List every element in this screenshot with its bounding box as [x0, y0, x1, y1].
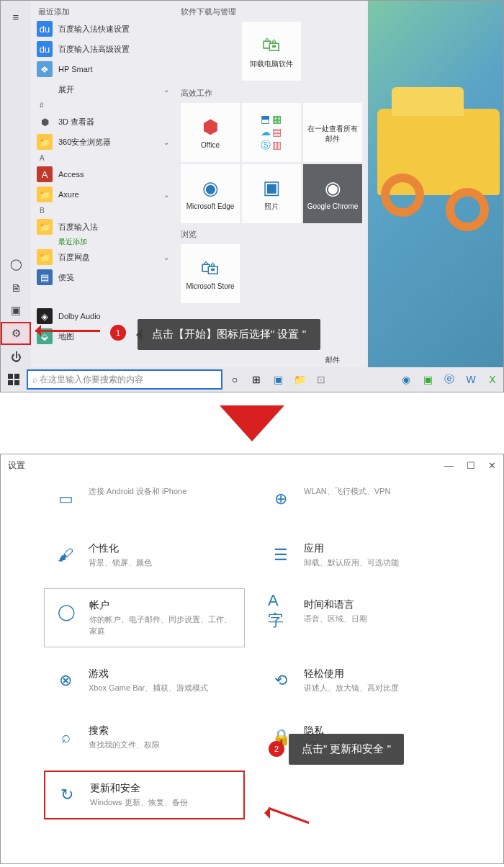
recent-added-label: 最近添加 [31, 237, 175, 247]
cortana-icon[interactable]: ○ [225, 370, 244, 389]
app-baidu-ime[interactable]: 📁百度输入法 [31, 217, 175, 237]
search-icon: ⌕ [53, 724, 78, 750]
tile-label: Office [201, 141, 220, 149]
app-sticky-notes[interactable]: ▤便笺 [31, 267, 175, 287]
arrow-head-icon [30, 325, 41, 336]
desktop-wallpaper [366, 1, 503, 368]
setting-apps[interactable]: ☰ 应用卸载、默认应用、可选功能 [259, 532, 460, 578]
app-3d-viewer[interactable]: ⬢3D 查看器 [31, 112, 175, 132]
taskbar-tray-icon[interactable]: ⓔ [440, 370, 459, 389]
tile-mail[interactable]: 在一处查看所有邮件邮件 [303, 103, 362, 162]
svg-rect-1 [14, 374, 19, 379]
setting-title: 轻松使用 [304, 668, 451, 680]
setting-phone[interactable]: ▭ 连接 Android 设备和 iPhone [44, 476, 245, 522]
setting-accounts[interactable]: ◯ 帐户你的帐户、电子邮件、同步设置、工作、家庭 [44, 588, 245, 647]
taskbar-tray-icon[interactable]: W [462, 370, 480, 389]
app-label: 百度输入法快速设置 [58, 24, 130, 35]
taskbar-tray-icon[interactable]: X [483, 370, 502, 389]
app-baidu-disk[interactable]: 📁百度网盘⌄ [31, 247, 175, 267]
documents-icon[interactable]: 🗎 [1, 276, 31, 299]
hamburger-icon[interactable]: ≡ [1, 5, 31, 28]
apps-icon: ☰ [268, 542, 294, 568]
tile-office[interactable]: ⬢Office [181, 103, 240, 162]
taskbar-app-icon[interactable]: 📁 [290, 370, 309, 389]
setting-desc: 语音、区域、日期 [304, 614, 451, 624]
expand-button[interactable]: 展开⌄ [31, 79, 175, 99]
app-label: 百度输入法高级设置 [58, 44, 130, 55]
letter-hash[interactable]: # [31, 99, 175, 112]
setting-search[interactable]: ⌕ 搜索查找我的文件、权限 [44, 714, 245, 760]
app-label: 展开 [58, 84, 74, 95]
setting-network[interactable]: ⊕ WLAN、飞行模式、VPN [259, 476, 460, 522]
user-icon[interactable]: ◯ [1, 253, 31, 276]
tile-label: 照片 [264, 202, 279, 212]
taskbar-tray-icon[interactable]: ◉ [397, 370, 415, 389]
tile-photos[interactable]: ▣照片 [242, 164, 301, 223]
gaming-icon: ⊗ [53, 668, 78, 693]
setting-desc: 查找我的文件、权限 [89, 740, 236, 750]
setting-title: 时间和语言 [304, 598, 451, 611]
tile-label: 在一处查看所有邮件 [303, 124, 362, 144]
svg-rect-2 [8, 380, 13, 385]
setting-title: 个性化 [89, 542, 236, 555]
app-label: 便笺 [58, 272, 74, 283]
settings-icon[interactable]: ⚙ [1, 322, 31, 345]
taskbar-app-icon[interactable]: ⊡ [312, 370, 330, 389]
tile-edge[interactable]: ◉Microsoft Edge [181, 164, 240, 223]
tile-label: Google Chrome [307, 202, 359, 210]
setting-desc: 你的帐户、电子邮件、同步设置、工作、家庭 [89, 614, 235, 637]
down-arrow-icon [220, 405, 284, 441]
app-baidu-fast[interactable]: du百度输入法快速设置 [31, 19, 175, 39]
setting-desc: 连接 Android 设备和 iPhone [89, 486, 236, 497]
app-label: 百度网盘 [58, 252, 90, 263]
minimize-button[interactable]: — [444, 460, 454, 471]
tile-store[interactable]: 🛍Microsoft Store [181, 244, 240, 303]
setting-desc: WLAN、飞行模式、VPN [304, 486, 451, 497]
tile-label: 卸载电脑软件 [250, 59, 293, 69]
tile-chrome[interactable]: ◉Google Chrome [303, 164, 362, 223]
tile-uninstall[interactable]: 🛍卸载电脑软件 [242, 22, 301, 81]
setting-time-language[interactable]: A字 时间和语言语音、区域、日期 [259, 588, 460, 647]
start-button[interactable] [4, 369, 24, 390]
setting-gaming[interactable]: ⊗ 游戏Xbox Game Bar、捕获、游戏模式 [44, 657, 245, 704]
letter-a[interactable]: A [31, 152, 175, 164]
app-baidu-adv[interactable]: du百度输入法高级设置 [31, 39, 175, 59]
task-view-icon[interactable]: ⊞ [247, 370, 266, 389]
time-icon: A字 [268, 598, 294, 624]
setting-title: 游戏 [89, 668, 236, 680]
setting-ease-of-access[interactable]: ⟲ 轻松使用讲述人、放大镜、高对比度 [259, 657, 460, 704]
wallpaper-decoration [446, 188, 489, 231]
annotation-callout-1: 点击【开始】图标后选择" 设置 " [138, 319, 320, 350]
app-hp-smart[interactable]: ❖HP Smart [31, 59, 175, 79]
app-axure[interactable]: 📁Axure⌄ [31, 184, 175, 205]
power-icon[interactable]: ⏻ [1, 345, 31, 368]
wallpaper-decoration [381, 174, 424, 217]
setting-personalization[interactable]: 🖌 个性化背景、锁屏、颜色 [44, 532, 245, 578]
tile-group-header: 浏览 [181, 229, 362, 240]
taskbar-tray-icon[interactable]: ▣ [418, 370, 437, 389]
network-icon: ⊕ [268, 486, 294, 512]
personalization-icon: 🖌 [53, 542, 78, 568]
setting-title: 更新和安全 [90, 782, 235, 795]
annotation-badge-1: 1 [110, 325, 126, 341]
tile-office-apps[interactable]: ⬒▦☁▤Ⓢ▥ [242, 103, 301, 162]
letter-b[interactable]: B [31, 205, 175, 217]
tile-label: Microsoft Store [186, 282, 234, 290]
tile-group-header: 高效工作 [181, 88, 362, 99]
close-button[interactable]: ✕ [488, 460, 496, 471]
app-360-browser[interactable]: 📁360安全浏览器⌄ [31, 132, 175, 152]
window-titlebar: 设置 — ☐ ✕ [1, 454, 503, 476]
maximize-button[interactable]: ☐ [467, 460, 475, 471]
screenshot-settings: 设置 — ☐ ✕ ▭ 连接 Android 设备和 iPhone ⊕ WLAN、… [0, 454, 504, 864]
app-label: Access [58, 170, 84, 179]
pictures-icon[interactable]: ▣ [1, 299, 31, 322]
taskbar-search[interactable]: ⌕ 在这里输入你要搜索的内容 [27, 369, 222, 390]
setting-title: 应用 [304, 542, 451, 555]
start-tiles: 软件下载与管理 🛍卸载电脑软件 高效工作 ⬢Office ⬒▦☁▤Ⓢ▥ 在一处查… [175, 1, 368, 368]
app-access[interactable]: AAccess [31, 164, 175, 184]
setting-update-security[interactable]: ↻ 更新和安全Windows 更新、恢复、备份 [44, 771, 245, 819]
app-label: Axure [58, 190, 79, 199]
arrow-head-icon [258, 807, 270, 819]
taskbar-app-icon[interactable]: ▣ [269, 370, 287, 389]
tile-label: Microsoft Edge [186, 202, 235, 210]
